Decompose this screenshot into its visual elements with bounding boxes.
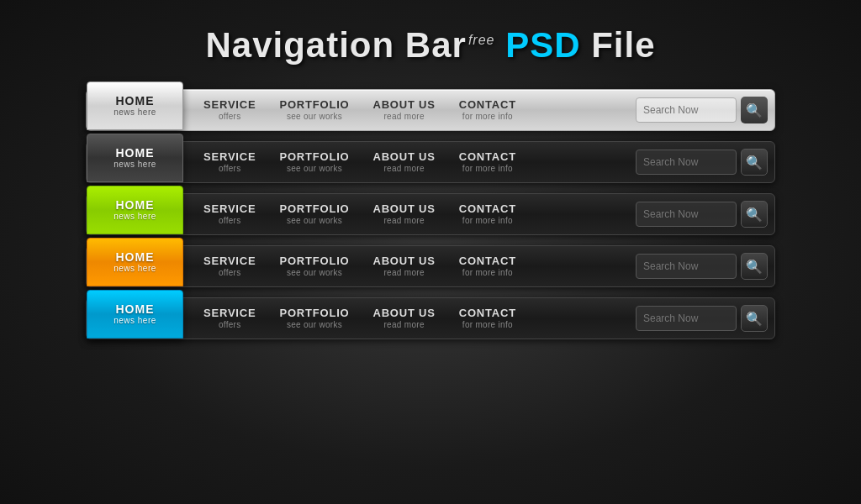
contact-label-4: CONTACT	[459, 255, 516, 269]
nav-item-service-5[interactable]: SERVICE offers	[192, 298, 267, 339]
service-label-5: SERVICE	[203, 307, 256, 321]
portfolio-sub-4: see our works	[287, 268, 342, 278]
contact-label-3: CONTACT	[459, 202, 516, 217]
nav-item-portfolio-4[interactable]: PORTFOLIO see our works	[267, 246, 361, 286]
portfolio-sub-2: see our works	[287, 164, 342, 174]
contact-label-5: CONTACT	[459, 307, 516, 321]
nav-item-contact-4[interactable]: CONTACT for more info	[447, 246, 528, 286]
search-area-5: 🔍	[636, 305, 774, 332]
nav-items-3: SERVICE offers PORTFOLIO see our works A…	[192, 194, 636, 234]
contact-sub-5: for more info	[462, 320, 513, 330]
nav-item-contact-3[interactable]: CONTACT for more info	[447, 194, 528, 234]
nav-item-contact-2[interactable]: CONTACT for more info	[447, 142, 528, 182]
search-input-2[interactable]	[636, 150, 737, 175]
search-area-2: 🔍	[636, 149, 774, 176]
nav-item-about-4[interactable]: ABOUT US read more	[361, 246, 446, 286]
nav-item-portfolio-3[interactable]: PORTFOLIO see our works	[267, 194, 361, 234]
search-input-3[interactable]	[636, 202, 737, 227]
service-sub-4: offers	[219, 268, 241, 278]
home-tab-5[interactable]: HOME news here	[87, 290, 183, 339]
search-input-5[interactable]	[636, 306, 737, 331]
nav-item-portfolio-1[interactable]: PORTFOLIO see our works	[267, 90, 361, 130]
nav-item-service-3[interactable]: SERVICE offers	[192, 194, 267, 234]
about-label-5: ABOUT US	[372, 307, 435, 321]
portfolio-sub-5: see our works	[287, 320, 342, 330]
nav-item-about-3[interactable]: ABOUT US read more	[361, 194, 446, 234]
home-tab-1-label: HOME	[116, 94, 155, 108]
nav-item-about-2[interactable]: ABOUT US read more	[361, 142, 446, 182]
service-sub-5: offers	[219, 320, 241, 330]
home-tab-3-sublabel: news here	[114, 212, 156, 222]
service-label-1: SERVICE	[203, 98, 256, 113]
service-label-2: SERVICE	[203, 150, 256, 165]
home-tab-1-sublabel: news here	[114, 108, 156, 118]
search-input-1[interactable]	[636, 97, 737, 123]
home-tab-2-sublabel: news here	[114, 160, 156, 170]
service-sub-2: offers	[219, 164, 241, 174]
navbar-3: HOME news here SERVICE offers PORTFOLIO …	[86, 193, 775, 235]
home-tab-4[interactable]: HOME news here	[87, 238, 183, 286]
nav-items-2: SERVICE offers PORTFOLIO see our works A…	[192, 142, 636, 182]
search-area-1: 🔍	[636, 97, 774, 123]
navbar-1: HOME news here SERVICE offers PORTFOLIO …	[86, 89, 775, 131]
page-title: Navigation Barfree PSD File	[205, 25, 655, 66]
navbar-4: HOME news here SERVICE offers PORTFOLIO …	[86, 245, 775, 287]
navbars-container: HOME news here SERVICE offers PORTFOLIO …	[86, 89, 775, 339]
nav-items-4: SERVICE offers PORTFOLIO see our works A…	[192, 246, 636, 286]
nav-item-service-2[interactable]: SERVICE offers	[192, 142, 267, 182]
nav-item-service-4[interactable]: SERVICE offers	[192, 246, 267, 286]
home-tab-5-label: HOME	[116, 302, 155, 317]
search-area-3: 🔍	[636, 201, 774, 228]
search-button-3[interactable]: 🔍	[741, 201, 768, 228]
navbar-5: HOME news here SERVICE offers PORTFOLIO …	[86, 297, 775, 339]
about-label-1: ABOUT US	[372, 98, 435, 113]
search-button-1[interactable]: 🔍	[741, 97, 768, 123]
home-tab-4-sublabel: news here	[114, 264, 156, 274]
search-input-4[interactable]	[636, 254, 737, 279]
about-label-4: ABOUT US	[372, 255, 435, 269]
nav-item-about-5[interactable]: ABOUT US read more	[361, 298, 446, 339]
contact-sub-4: for more info	[462, 268, 513, 278]
nav-item-portfolio-2[interactable]: PORTFOLIO see our works	[267, 142, 361, 182]
search-area-4: 🔍	[636, 253, 774, 280]
about-sub-3: read more	[383, 216, 424, 226]
about-label-3: ABOUT US	[372, 202, 435, 217]
about-label-2: ABOUT US	[372, 150, 435, 165]
nav-item-service-1[interactable]: SERVICE offers	[192, 90, 267, 130]
contact-label-2: CONTACT	[459, 150, 516, 165]
home-tab-1[interactable]: HOME news here	[87, 81, 183, 130]
home-tab-4-label: HOME	[116, 250, 155, 265]
contact-label-1: CONTACT	[459, 98, 516, 113]
home-tab-3[interactable]: HOME news here	[87, 186, 183, 234]
service-sub-1: offers	[219, 112, 241, 122]
search-button-4[interactable]: 🔍	[741, 253, 768, 280]
home-tab-3-label: HOME	[116, 198, 155, 213]
contact-sub-1: for more info	[462, 112, 513, 122]
portfolio-label-2: PORTFOLIO	[279, 150, 349, 165]
navbar-2: HOME news here SERVICE offers PORTFOLIO …	[86, 141, 775, 183]
nav-item-about-1[interactable]: ABOUT US read more	[361, 90, 446, 130]
nav-item-contact-1[interactable]: CONTACT for more info	[447, 90, 528, 130]
home-tab-5-sublabel: news here	[114, 316, 156, 326]
service-label-3: SERVICE	[203, 202, 256, 217]
service-sub-3: offers	[219, 216, 241, 226]
nav-item-portfolio-5[interactable]: PORTFOLIO see our works	[267, 298, 361, 339]
home-tab-2[interactable]: HOME news here	[87, 134, 183, 182]
portfolio-sub-1: see our works	[287, 112, 342, 122]
nav-items-5: SERVICE offers PORTFOLIO see our works A…	[192, 298, 636, 339]
search-button-2[interactable]: 🔍	[741, 149, 768, 176]
portfolio-sub-3: see our works	[287, 216, 342, 226]
psd-label: PSD	[505, 25, 580, 65]
home-tab-2-label: HOME	[116, 146, 155, 160]
portfolio-label-5: PORTFOLIO	[279, 307, 349, 321]
contact-sub-2: for more info	[462, 164, 513, 174]
search-button-5[interactable]: 🔍	[741, 305, 768, 332]
title-part1: Navigation Bar	[205, 25, 466, 65]
title-part2: File	[591, 25, 655, 65]
portfolio-label-1: PORTFOLIO	[279, 98, 349, 113]
nav-item-contact-5[interactable]: CONTACT for more info	[447, 298, 528, 339]
contact-sub-3: for more info	[462, 216, 513, 226]
nav-items-1: SERVICE offers PORTFOLIO see our works A…	[192, 90, 636, 130]
free-label: free	[468, 33, 495, 47]
about-sub-2: read more	[383, 164, 424, 174]
